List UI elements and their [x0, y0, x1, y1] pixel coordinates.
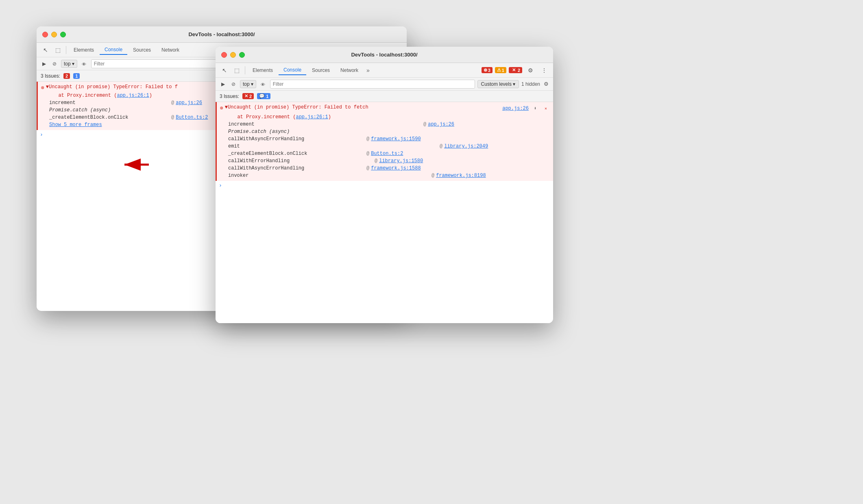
- cursor-glyph-2: [222, 67, 227, 74]
- chevron-down-icon-2: [251, 81, 253, 87]
- tab-console-1[interactable]: Console: [100, 45, 127, 55]
- inspect-glyph-1: [55, 47, 61, 53]
- top-label-2: top: [243, 81, 250, 87]
- link-emit-2[interactable]: library.js:2049: [444, 143, 488, 149]
- link-callwith-2-2[interactable]: framework.js:1588: [371, 165, 421, 171]
- download-icon-2[interactable]: [531, 104, 539, 113]
- tab-elements-2[interactable]: Elements: [248, 66, 278, 75]
- tab-sources-2[interactable]: Sources: [307, 66, 335, 75]
- at-callwith-2-2: @: [366, 165, 369, 171]
- more-glyph-2: [541, 67, 547, 74]
- link-callwith-err-2[interactable]: library.js:1580: [379, 158, 423, 164]
- error-count-1: 2: [65, 74, 68, 78]
- error-badge-1[interactable]: 2: [63, 73, 70, 79]
- fn-invoker-2: invoker: [228, 173, 350, 178]
- gear-glyph-2: [528, 67, 533, 74]
- close-button-2[interactable]: [221, 52, 227, 58]
- cursor-icon-2[interactable]: [219, 65, 230, 76]
- close-x-icon-2[interactable]: [542, 104, 550, 113]
- proxy-text-1: at Proxy.increment (app.js:26:1): [52, 93, 152, 98]
- fn-emit-2: emit: [228, 143, 350, 149]
- top-selector-1[interactable]: top: [61, 60, 77, 68]
- issues-bar-2: 3 Issues: ✕ 2 💬 1: [216, 91, 553, 102]
- link-callwith-1-2[interactable]: framework.js:1590: [371, 136, 421, 142]
- settings-icon-2[interactable]: [543, 80, 550, 88]
- tb-blue-badge-2: ✕ 2: [509, 67, 522, 73]
- link-increment-2[interactable]: app.js:26: [428, 122, 454, 127]
- eye-icon-2: [261, 80, 265, 88]
- at-emit-2: @: [440, 143, 442, 149]
- inspect-icon-1[interactable]: [52, 44, 63, 56]
- maximize-button-2[interactable]: [239, 52, 245, 58]
- proxy-link-2[interactable]: app.js:26:1: [296, 114, 328, 120]
- at-invoker-2: @: [432, 173, 434, 178]
- title-bar-2: DevTools - localhost:3000/: [216, 47, 553, 63]
- eye-btn-2[interactable]: [259, 80, 268, 89]
- msg-badge-1[interactable]: 1: [73, 73, 80, 79]
- error-actions-2: app.js:26: [502, 104, 550, 113]
- chevron-custom-icon-2: [513, 81, 515, 87]
- fn-increment-2: increment: [228, 122, 350, 127]
- more-tabs-icon-2[interactable]: »: [364, 65, 372, 75]
- eye-btn-1[interactable]: [80, 59, 89, 68]
- at-create-2: @: [366, 151, 369, 156]
- tab-elements-1[interactable]: Elements: [69, 46, 99, 54]
- tab-network-1[interactable]: Network: [157, 46, 184, 54]
- proxy-link-1[interactable]: app.js:26:1: [117, 93, 149, 98]
- error-header-line-2: ⊗ ▼Uncaught (in promise) TypeError: Fail…: [217, 104, 553, 113]
- settings-glyph-2: [544, 81, 549, 87]
- play-icon-2: [221, 81, 225, 87]
- hidden-count-2: 1 hidden: [521, 81, 540, 87]
- msg-count-2: 1: [266, 94, 268, 99]
- link-increment-1[interactable]: app.js:26: [176, 100, 202, 106]
- at-callwith-1-2: @: [366, 136, 369, 142]
- issues-label-1: 3 Issues:: [41, 73, 60, 79]
- filter-input-2[interactable]: [270, 80, 475, 89]
- tabs-toolbar-2: Elements Console Sources Network » ⊗ 3 ⚠…: [216, 63, 553, 78]
- error-block-2: ⊗ ▼Uncaught (in promise) TypeError: Fail…: [216, 102, 553, 181]
- traffic-lights-1: [42, 32, 66, 37]
- link-create-2[interactable]: Button.ts:2: [371, 151, 403, 156]
- chevron-down-icon-1: [72, 61, 74, 67]
- close-button-1[interactable]: [42, 32, 48, 37]
- msg-badge-2[interactable]: 💬 1: [257, 93, 270, 99]
- tab-network-2[interactable]: Network: [336, 66, 363, 75]
- chevron-prompt-icon-2: ›: [219, 182, 222, 189]
- tb-error-badge-2: ⊗ 3: [482, 67, 493, 73]
- stop-btn-1[interactable]: [50, 60, 59, 68]
- traffic-lights-2: [221, 52, 245, 58]
- inspect-icon-2[interactable]: [231, 65, 242, 76]
- tb-blue-icon-2: ✕: [511, 67, 517, 73]
- cursor-icon-1[interactable]: [40, 44, 51, 56]
- chevron-prompt-icon-1: ›: [40, 132, 43, 138]
- link-invoker-2[interactable]: framework.js:8198: [436, 173, 486, 178]
- minimize-button-1[interactable]: [51, 32, 57, 37]
- link-create-1[interactable]: Button.ts:2: [176, 115, 208, 120]
- play-btn-1[interactable]: [40, 60, 48, 68]
- stack-increment-2: increment @ app.js:26: [217, 121, 553, 128]
- side-link-2[interactable]: app.js:26: [502, 106, 529, 111]
- gear-icon-2[interactable]: [525, 65, 536, 76]
- minimize-button-2[interactable]: [230, 52, 236, 58]
- top-label-1: top: [64, 61, 71, 67]
- stop-btn-2[interactable]: [229, 80, 238, 88]
- msg-count-1: 1: [75, 74, 78, 78]
- error-badge-2[interactable]: ✕ 2: [242, 93, 254, 99]
- tab-console-2[interactable]: Console: [279, 65, 306, 75]
- stack-promise-2: Promise.catch (async): [217, 128, 553, 135]
- tab-sources-1[interactable]: Sources: [128, 46, 156, 54]
- title-bar-1: DevTools - localhost:3000/: [37, 26, 407, 43]
- maximize-button-1[interactable]: [60, 32, 66, 37]
- close-x-glyph-2: [545, 106, 547, 111]
- msg-icon-2: 💬: [259, 93, 265, 99]
- error-icon-badge-2: ✕: [244, 93, 248, 99]
- more-icon-2[interactable]: [538, 65, 550, 76]
- at-callwith-err-2: @: [375, 158, 377, 164]
- stack-callwith-2-2: callWithAsyncErrorHandling @ framework.j…: [217, 165, 553, 172]
- custom-levels-btn-2[interactable]: Custom levels: [477, 80, 519, 88]
- top-selector-2[interactable]: top: [240, 80, 256, 88]
- tb-warn-badge-2: ⚠ 1: [495, 67, 506, 73]
- fn-increment-1: increment: [49, 100, 171, 106]
- fn-create-1: _createElementBlock.onClick: [49, 115, 171, 120]
- play-btn-2[interactable]: [219, 80, 227, 88]
